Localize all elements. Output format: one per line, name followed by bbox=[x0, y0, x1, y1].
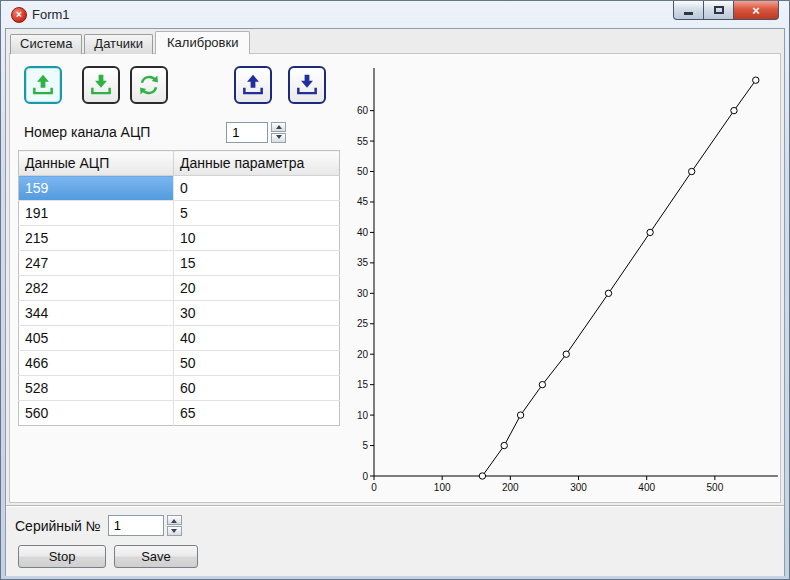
titlebar[interactable]: × Form1 × bbox=[5, 1, 785, 28]
svg-text:0: 0 bbox=[362, 471, 368, 482]
table-cell[interactable]: 282 bbox=[19, 276, 174, 301]
minimize-button[interactable] bbox=[673, 1, 703, 20]
refresh-button[interactable] bbox=[130, 66, 168, 104]
svg-text:30: 30 bbox=[357, 288, 369, 299]
table-cell[interactable]: 191 bbox=[19, 201, 174, 226]
footer: Серийный № Stop Save bbox=[6, 505, 784, 576]
svg-text:200: 200 bbox=[502, 482, 519, 493]
triangle-down-icon bbox=[171, 529, 177, 536]
svg-text:20: 20 bbox=[357, 349, 369, 360]
serial-spin-up[interactable] bbox=[167, 515, 182, 525]
serial-input[interactable] bbox=[108, 515, 164, 536]
table-cell[interactable]: 10 bbox=[174, 226, 340, 251]
load-from-file-button[interactable] bbox=[234, 66, 272, 104]
tab-system[interactable]: Система bbox=[10, 34, 82, 54]
button-row: Stop Save bbox=[18, 545, 198, 568]
client-area: Система Датчики Калибровки bbox=[5, 28, 785, 576]
calibrations-page: Номер канала АЦП Данные АЦП Данные парам… bbox=[9, 53, 781, 503]
table-header-param[interactable]: Данные параметра bbox=[174, 151, 340, 176]
table-cell[interactable]: 159 bbox=[19, 176, 174, 201]
refresh-green-icon bbox=[136, 72, 162, 98]
read-from-device-button[interactable] bbox=[24, 66, 62, 104]
table-cell[interactable]: 50 bbox=[174, 351, 340, 376]
svg-text:55: 55 bbox=[357, 136, 369, 147]
table-cell[interactable]: 0 bbox=[174, 176, 340, 201]
svg-text:0: 0 bbox=[371, 482, 377, 493]
table-cell[interactable]: 20 bbox=[174, 276, 340, 301]
tab-sensors[interactable]: Датчики bbox=[84, 34, 153, 54]
table-cell[interactable]: 466 bbox=[19, 351, 174, 376]
svg-text:400: 400 bbox=[638, 482, 655, 493]
table-row[interactable]: 24715 bbox=[19, 251, 340, 276]
table-cell[interactable]: 15 bbox=[174, 251, 340, 276]
tab-calibrations[interactable]: Калибровки bbox=[155, 31, 250, 54]
triangle-up-icon bbox=[276, 122, 282, 129]
table-row[interactable]: 1590 bbox=[19, 176, 340, 201]
svg-text:60: 60 bbox=[357, 105, 369, 116]
table-row[interactable]: 28220 bbox=[19, 276, 340, 301]
table-cell[interactable]: 60 bbox=[174, 376, 340, 401]
calibration-chart: 0100200300400500051015202530354045505560 bbox=[346, 58, 780, 498]
table-cell[interactable]: 528 bbox=[19, 376, 174, 401]
tab-bar: Система Датчики Калибровки bbox=[10, 31, 252, 54]
upload-blue-icon bbox=[240, 72, 266, 98]
triangle-up-icon bbox=[171, 516, 177, 523]
download-blue-icon bbox=[294, 72, 320, 98]
table-cell[interactable]: 247 bbox=[19, 251, 174, 276]
table-row[interactable]: 56065 bbox=[19, 401, 340, 426]
download-green-icon bbox=[88, 72, 114, 98]
table-row[interactable]: 1915 bbox=[19, 201, 340, 226]
table-cell[interactable]: 560 bbox=[19, 401, 174, 426]
svg-text:40: 40 bbox=[357, 227, 369, 238]
save-to-file-button[interactable] bbox=[288, 66, 326, 104]
write-to-device-button[interactable] bbox=[82, 66, 120, 104]
channel-row: Номер канала АЦП bbox=[24, 120, 286, 144]
maximize-button[interactable] bbox=[703, 1, 733, 20]
channel-spin-up[interactable] bbox=[271, 122, 286, 132]
calibration-table[interactable]: Данные АЦП Данные параметра 159019152151… bbox=[18, 150, 340, 426]
svg-text:25: 25 bbox=[357, 318, 369, 329]
serial-row: Серийный № bbox=[15, 515, 182, 536]
stop-button[interactable]: Stop bbox=[18, 545, 106, 568]
table-header-row: Данные АЦП Данные параметра bbox=[19, 151, 340, 176]
serial-spinner bbox=[167, 515, 182, 536]
table-row[interactable]: 52860 bbox=[19, 376, 340, 401]
table-cell[interactable]: 5 bbox=[174, 201, 340, 226]
svg-text:500: 500 bbox=[707, 482, 724, 493]
svg-text:10: 10 bbox=[357, 410, 369, 421]
channel-spin-down[interactable] bbox=[271, 133, 286, 143]
table-cell[interactable]: 40 bbox=[174, 326, 340, 351]
upload-green-icon bbox=[30, 72, 56, 98]
triangle-down-icon bbox=[276, 135, 282, 142]
chart-panel: 0100200300400500051015202530354045505560 bbox=[346, 58, 780, 498]
caption-buttons: × bbox=[673, 1, 779, 20]
svg-text:45: 45 bbox=[357, 196, 369, 207]
channel-spinner bbox=[271, 122, 286, 143]
table-cell[interactable]: 65 bbox=[174, 401, 340, 426]
save-button[interactable]: Save bbox=[114, 545, 198, 568]
app-icon: × bbox=[11, 7, 27, 23]
svg-text:100: 100 bbox=[434, 482, 451, 493]
table-row[interactable]: 40540 bbox=[19, 326, 340, 351]
svg-text:35: 35 bbox=[357, 257, 369, 268]
channel-input[interactable] bbox=[226, 122, 268, 143]
table-cell[interactable]: 344 bbox=[19, 301, 174, 326]
table-cell[interactable]: 405 bbox=[19, 326, 174, 351]
close-button[interactable]: × bbox=[733, 1, 779, 20]
table-row[interactable]: 34430 bbox=[19, 301, 340, 326]
serial-spin-down[interactable] bbox=[167, 526, 182, 536]
svg-text:50: 50 bbox=[357, 166, 369, 177]
svg-text:15: 15 bbox=[357, 379, 369, 390]
svg-text:300: 300 bbox=[570, 482, 587, 493]
table-row[interactable]: 46650 bbox=[19, 351, 340, 376]
table-row[interactable]: 21510 bbox=[19, 226, 340, 251]
table-body: 1590191521510247152822034430405404665052… bbox=[19, 176, 340, 426]
window-title: Form1 bbox=[32, 7, 70, 22]
close-icon: × bbox=[752, 3, 760, 18]
form1-window: × Form1 × Система Датчики Калибровки bbox=[0, 0, 790, 580]
svg-text:5: 5 bbox=[362, 440, 368, 451]
minimize-icon bbox=[684, 12, 693, 15]
table-cell[interactable]: 30 bbox=[174, 301, 340, 326]
table-header-adc[interactable]: Данные АЦП bbox=[19, 151, 174, 176]
table-cell[interactable]: 215 bbox=[19, 226, 174, 251]
